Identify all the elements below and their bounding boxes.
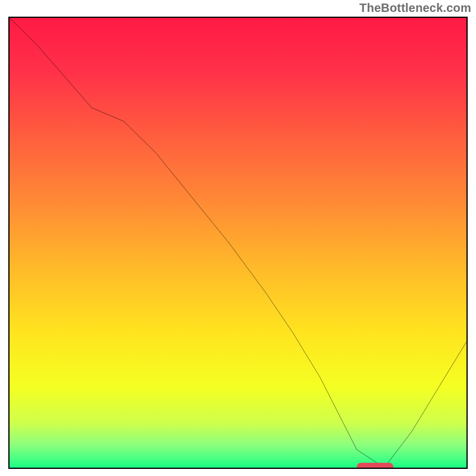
watermark-text: TheBottleneck.com: [359, 1, 471, 15]
plot-frame: [8, 17, 468, 469]
svg-rect-0: [10, 18, 466, 468]
heat-gradient-background: [10, 18, 466, 468]
plot-area: [10, 18, 466, 468]
chart-container: TheBottleneck.com: [0, 0, 476, 476]
